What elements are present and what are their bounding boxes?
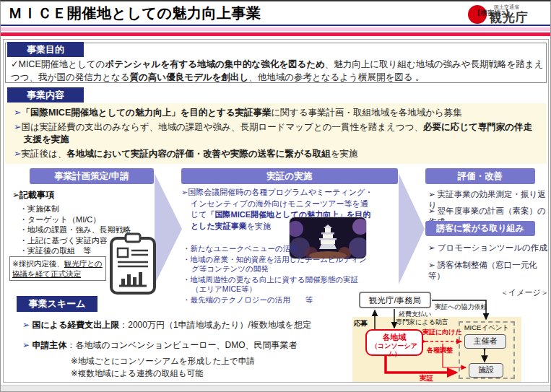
diagram-box-facility: 施設 (469, 363, 503, 378)
scheme-label: 申請主体 (32, 340, 66, 350)
col3-item: ➢ 誘客体制整備（窓口一元化等） (428, 260, 550, 282)
purpose-text: ✓MICE開催地としてのポテンシャルを有する地域の集中的な強化を図るため、魅力向… (11, 58, 544, 84)
dot-icon: ・ (19, 236, 27, 245)
purpose-seg: MICE開催地としての (18, 59, 105, 69)
scheme-notes: ※地域ごとにコンソーシアムを形成した上で申請 ※複数地域による連携の取組も可能 (71, 355, 255, 380)
list-item: ・最先端のテクノロジーの活用 等 (183, 295, 372, 305)
dot-icon: ・ (19, 225, 27, 234)
agency-logo: 国土交通省 観光庁 【機密性2】 (465, 3, 545, 26)
purpose-seg: 、他地域の参考となるよう横展開を図る 。 (248, 72, 424, 82)
list-item-text: プロモーションツールの作成 (438, 243, 547, 252)
list-item-text: 実施体制 (27, 204, 59, 213)
dot-icon: ・ (183, 244, 191, 253)
confidential-badge: 【機密性2】 (474, 9, 512, 18)
arrow-label-cooperation: 実証への協力依頼 (435, 302, 487, 312)
bullet-arrow-icon: ➢ (428, 261, 435, 269)
diagram-box-jta: 観光庁/事務局 (359, 292, 431, 308)
diagram-box-organizer: 主催者 (464, 334, 506, 349)
bullet-arrow-icon: ➢ (22, 320, 30, 330)
list-item-text: 誘客体制整備（窓口一元化等） (428, 261, 537, 280)
dot-icon: ・ (183, 295, 191, 304)
red-stripe (1, 32, 550, 36)
col1-heading: ➢記載事項 (12, 189, 54, 201)
contents-seg-bold: 「国際MICE開催地としての魅力向上」を目的とする実証事業 (21, 108, 271, 118)
dot-icon: ・ (19, 215, 27, 224)
flow-header-demo: 実証の実施 (181, 168, 398, 184)
title-rule (1, 25, 550, 26)
bullet-arrow-icon: ➢ (428, 190, 435, 199)
dot-icon: ・ (19, 246, 27, 255)
col1-note: ※採択内定後、観光庁との協議を経て正式決定 (9, 256, 106, 281)
scheme-label: 国による経費支出上限 (32, 320, 119, 330)
list-item-text: 地域周遊性の更なる向上に資する開催形態の実証（エリアMICE等） (191, 275, 359, 294)
contents-seg: に関する事業計画・取組地域を各地域から募集 (272, 108, 462, 118)
purpose-check-icon: ✓ (11, 59, 18, 69)
contents-bullet-1: ➢「国際MICE開催地としての魅力向上」を目的とする実証事業に関する事業計画・取… (14, 107, 539, 120)
clipboard-chart-icon (109, 232, 157, 296)
diagram-box-region: 各地域 （コンソーシアム） (365, 329, 423, 356)
bullet-arrow-icon: ➢ (14, 149, 21, 159)
scheme-line-applicant: ➢ 申請主体：各地域のコンベンションビューロー、DMO、民間事業者 (22, 339, 298, 352)
bullet-arrow-icon: ➢ (14, 122, 21, 132)
arrow-label-apply: 応募 (354, 319, 368, 328)
flow-header-eval: 評価・改善 (425, 168, 535, 184)
slide-page: ＭＩＣＥ開催地としての魅力向上事業 国土交通省 観光庁 【機密性2】 事業目的 … (0, 0, 551, 392)
bullet-arrow-icon: ➢ (14, 108, 21, 118)
mice-event-label: MICEイベント (461, 323, 512, 333)
list-item-text: 実証後の取組 等 (27, 246, 91, 255)
list-item-text: 上記に基づく実証内容 (27, 236, 108, 245)
dot-icon: ・ (19, 204, 27, 213)
list-item-text: ターゲット（MI/C） (27, 215, 100, 224)
dot-icon: ・ (183, 275, 191, 284)
arrow-label-advice: 専門家による助言 (396, 318, 448, 327)
bullet-arrow-icon: ➢ (22, 340, 30, 350)
contents-seg: 実証後は、 (21, 149, 66, 159)
col2-seg: を実施 (247, 222, 271, 230)
region-line1: 各地域 (367, 333, 422, 342)
page-title: ＭＩＣＥ開催地としての魅力向上事業 (8, 4, 261, 23)
list-item-text: 新たなユニークベニューの活用 (191, 244, 298, 253)
purpose-seg-bold: 質の高い優良モデルを創出し (130, 72, 249, 82)
list-item: ・地域周遊性の更なる向上に資する開催形態の実証（エリアMICE等） (183, 275, 372, 295)
scheme-text: ：2000万円（1申請地域あたり）/複数地域を想定 (119, 320, 311, 330)
contents-bullet-3: ➢実証後は、各地域において実証内容の評価・改善や実際の送客に繋がる取組を実施 (14, 148, 539, 161)
purpose-seg-bold: ポテンシャルを有する地域の集中的な強化を図るため (105, 59, 324, 69)
note-text: ※採択内定後、 (12, 259, 64, 268)
list-item: ・地域の産業・知的資産を活用したチームビルディング等コンテンツの開発 (183, 255, 372, 274)
scheme-note: ※複数地域による連携の取組も可能 (71, 367, 255, 380)
arrow-label-demo: 実証 (420, 374, 433, 383)
section-tab-contents: 事業内容 (7, 87, 84, 103)
bullet-arrow-icon: ➢ (428, 243, 435, 252)
region-line2: （コンソーシアム） (367, 342, 422, 358)
list-item: ・実施体制 (19, 204, 149, 214)
flow-header-attract: 誘客に繋がる取り組み (425, 221, 535, 236)
arrow-label-adjust1: 実証に向けた (422, 328, 462, 337)
scheme-text: ：各地域のコンベンションビューロー、DMO、民間事業者 (66, 340, 297, 350)
bullet-arrow-icon: ➢ (428, 206, 435, 215)
col2-list: ・新たなユニークベニューの活用 ・地域の産業・知的資産を活用したチームビルディン… (183, 244, 372, 305)
contents-bullet-2: ➢国は実証経費の支出のみならず、地域の課題や強み、長期ロードマップとの一貫性を踏… (14, 121, 539, 147)
bullet-arrow-icon: ➢ (181, 188, 188, 196)
list-item: ・新たなユニークベニューの活用 (183, 244, 372, 254)
list-item: ・ターゲット（MI/C） (19, 214, 149, 225)
section-tab-purpose: 事業目的 (7, 42, 84, 57)
contents-box: ➢「国際MICE開催地としての魅力向上」を目的とする実証事業に関する事業計画・取… (5, 103, 547, 164)
pink-stripe (1, 27, 550, 31)
bullet-arrow-icon: ➢ (12, 190, 19, 200)
contents-seg-bold: 各地域において実証内容の評価・改善や実際の送客に繋がる取組 (66, 149, 330, 159)
scheme-note: ※地域ごとにコンソーシアムを形成した上で申請 (71, 355, 255, 367)
list-item-text: 最先端のテクノロジーの活用 等 (191, 295, 313, 304)
section-tab-scheme: 事業スキーム (17, 296, 97, 312)
list-item-text: 地域の産業・知的資産を活用したチームビルディング等コンテンツの開発 (191, 255, 367, 274)
arrow-label-adjust2: 各種調整 (427, 346, 453, 355)
contents-seg: 国は実証経費の支出のみならず、地域の課題や強み、長期ロードマップとの一貫性を踏ま… (21, 122, 422, 132)
contents-seg: を実施 (331, 149, 358, 159)
dot-icon: ・ (183, 255, 191, 263)
flow-header-plan: 事業計画策定/申請 (30, 168, 154, 184)
col1-heading-text: 記載事項 (19, 190, 54, 200)
scheme-line-budget: ➢ 国による経費支出上限：2000万円（1申請地域あたり）/複数地域を想定 (22, 319, 311, 331)
col3-item: ➢ プロモーションツールの作成 (428, 243, 547, 253)
